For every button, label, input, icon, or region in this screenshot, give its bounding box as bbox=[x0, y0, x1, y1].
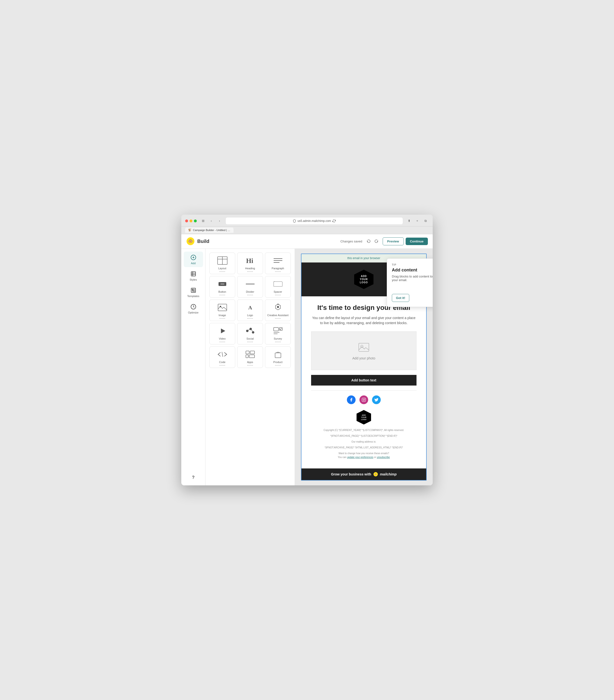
tip-label: TIP bbox=[392, 263, 433, 266]
block-video[interactable]: Video bbox=[209, 323, 235, 345]
logo-icon: A bbox=[245, 303, 256, 312]
block-spacer[interactable]: Spacer bbox=[265, 276, 291, 298]
new-tab-button[interactable]: + bbox=[414, 218, 421, 224]
undo-button[interactable] bbox=[365, 238, 372, 245]
app-topbar: 🐵 Build Changes saved Preview bbox=[181, 234, 433, 249]
email-footer-change: Want to change how you receive these ema… bbox=[311, 451, 416, 459]
changes-saved-label: Changes saved bbox=[340, 239, 362, 243]
update-preferences-link[interactable]: update your preferences bbox=[347, 456, 373, 459]
svg-text:A: A bbox=[248, 304, 252, 311]
sidebar-item-optimize[interactable]: Optimize bbox=[184, 301, 203, 316]
close-button[interactable] bbox=[185, 220, 188, 222]
spacer-icon bbox=[272, 279, 284, 289]
undo-icon bbox=[367, 239, 371, 243]
twitter-icon[interactable] bbox=[372, 396, 381, 404]
video-icon bbox=[216, 326, 228, 336]
reload-icon[interactable] bbox=[333, 219, 336, 223]
block-product[interactable]: Product bbox=[265, 346, 291, 368]
tabs-button[interactable]: ⧉ bbox=[422, 218, 429, 224]
svg-rect-47 bbox=[359, 343, 369, 351]
maximize-button[interactable] bbox=[194, 220, 197, 222]
svg-rect-46 bbox=[275, 353, 281, 358]
svg-rect-10 bbox=[192, 289, 193, 290]
facebook-icon[interactable] bbox=[347, 396, 355, 404]
svg-rect-5 bbox=[191, 272, 196, 276]
svg-point-32 bbox=[246, 330, 249, 332]
block-divider[interactable]: Divider bbox=[237, 276, 263, 298]
forward-button[interactable]: › bbox=[216, 218, 223, 224]
block-logo[interactable]: A Logo bbox=[237, 299, 263, 321]
unsubscribe-link[interactable]: unsubscribe bbox=[377, 456, 390, 459]
email-content: It's time to design your email You can d… bbox=[301, 296, 426, 469]
svg-line-35 bbox=[248, 329, 250, 330]
block-paragraph[interactable]: Paragraph bbox=[265, 253, 291, 274]
undo-redo-controls bbox=[365, 238, 380, 245]
sidebar-toggle-button[interactable]: ⊞ bbox=[200, 218, 206, 224]
optimize-icon bbox=[190, 303, 197, 310]
button-icon bbox=[216, 279, 228, 289]
photo-placeholder-icon bbox=[358, 341, 370, 353]
email-button[interactable]: Add button text bbox=[311, 375, 416, 386]
redo-button[interactable] bbox=[373, 238, 380, 245]
back-button[interactable]: ‹ bbox=[208, 218, 215, 224]
svg-rect-49 bbox=[362, 398, 366, 402]
creative-assistant-icon bbox=[272, 303, 284, 312]
security-icon bbox=[293, 219, 296, 223]
svg-point-51 bbox=[365, 399, 365, 399]
email-footer-mailing: Our mailing address is: bbox=[311, 440, 416, 444]
code-label: Code bbox=[219, 361, 225, 364]
continue-button[interactable]: Continue bbox=[406, 238, 428, 245]
svg-marker-31 bbox=[221, 328, 225, 333]
logo-label: Logo bbox=[247, 314, 253, 317]
spacer-label: Spacer bbox=[274, 290, 282, 293]
got-it-button[interactable]: Got it! bbox=[392, 294, 409, 302]
sidebar-item-styles[interactable]: Styles bbox=[184, 268, 203, 284]
block-code[interactable]: Code bbox=[209, 346, 235, 368]
email-footer-archive: *|IFNOT:ARCHIVE_PAGE|* *|LIST:DESCRIPTIO… bbox=[311, 434, 416, 438]
block-survey[interactable]: Survey bbox=[265, 323, 291, 345]
svg-text:🐵: 🐵 bbox=[374, 473, 377, 475]
traffic-lights bbox=[185, 220, 197, 222]
browser-titlebar: ⊞ ‹ › us5.admin.mailchimp.com ⬆ + ⧉ bbox=[181, 215, 433, 226]
block-social[interactable]: Social bbox=[237, 323, 263, 345]
instagram-icon[interactable] bbox=[360, 396, 368, 404]
svg-rect-44 bbox=[246, 355, 248, 358]
view-in-browser-link[interactable]: this email in your browser bbox=[347, 257, 380, 260]
minimize-button[interactable] bbox=[189, 220, 192, 222]
address-bar[interactable]: us5.admin.mailchimp.com bbox=[226, 217, 403, 224]
share-button[interactable]: ⬆ bbox=[406, 218, 412, 224]
mailchimp-text: mailchimp bbox=[380, 472, 397, 476]
social-icon bbox=[245, 326, 256, 336]
heading-icon: Hi bbox=[245, 256, 256, 265]
social-icons bbox=[311, 396, 416, 404]
block-creative-assistant[interactable]: Creative Assistant bbox=[265, 299, 291, 321]
block-layout[interactable]: Layout bbox=[209, 253, 235, 274]
sidebar: Add Styles bbox=[181, 249, 205, 486]
block-button[interactable]: Button bbox=[209, 276, 235, 298]
block-image[interactable]: Image bbox=[209, 299, 235, 321]
email-preview-area: TIP × Add content Drag blocks to add con… bbox=[295, 249, 433, 486]
block-grid: Layout Hi Heading bbox=[209, 253, 291, 368]
main-area: Add Styles bbox=[181, 249, 433, 486]
svg-rect-42 bbox=[246, 351, 249, 354]
svg-point-50 bbox=[363, 399, 365, 401]
browser-tab[interactable]: 🐒 Campaign Builder - Untitled | Mailchim… bbox=[185, 227, 234, 233]
email-divider bbox=[311, 390, 416, 391]
code-icon bbox=[216, 350, 228, 359]
sidebar-add-label: Add bbox=[191, 262, 196, 265]
paragraph-label: Paragraph bbox=[272, 267, 284, 270]
email-photo-placeholder[interactable]: Add your photo bbox=[311, 332, 416, 370]
help-button[interactable]: ? bbox=[190, 474, 196, 482]
email-footer-logo: ADDYOURLOGO bbox=[311, 410, 416, 424]
browser-controls: ⊞ ‹ › bbox=[200, 218, 223, 224]
add-photo-label: Add your photo bbox=[352, 356, 375, 360]
block-heading[interactable]: Hi Heading bbox=[237, 253, 263, 274]
sidebar-optimize-label: Optimize bbox=[188, 311, 199, 314]
preview-button[interactable]: Preview bbox=[383, 237, 404, 245]
survey-label: Survey bbox=[274, 337, 282, 340]
sidebar-item-add[interactable]: Add bbox=[184, 252, 203, 267]
social-label: Social bbox=[247, 337, 254, 340]
block-panel: Layout Hi Heading bbox=[205, 249, 295, 486]
block-apps[interactable]: Apps bbox=[237, 346, 263, 368]
sidebar-item-templates[interactable]: Templates bbox=[184, 285, 203, 300]
